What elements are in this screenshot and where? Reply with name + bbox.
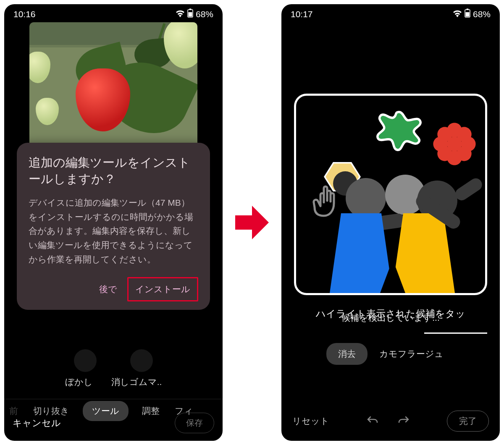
save-button[interactable]: 保存	[175, 413, 214, 433]
loading-underline	[424, 332, 487, 334]
green-splat-icon	[376, 108, 422, 154]
status-time: 10:17	[291, 9, 313, 19]
install-button-highlight: インストール	[127, 277, 198, 301]
status-bar: 10:17 68%	[281, 4, 500, 22]
done-button[interactable]: 完了	[447, 411, 489, 432]
undo-icon[interactable]	[366, 415, 379, 428]
undo-redo-group	[366, 415, 410, 428]
battery-icon	[187, 8, 193, 20]
red-flower-icon	[431, 121, 478, 167]
status-bar: 10:16 68%	[4, 4, 223, 22]
svg-rect-1	[189, 9, 191, 10]
status-battery-pct: 68%	[473, 9, 491, 19]
svg-point-12	[437, 127, 452, 141]
status-battery-pct: 68%	[196, 9, 213, 19]
transition-arrow	[235, 204, 269, 241]
mode-erase[interactable]: 消去	[326, 343, 368, 365]
blur-label: ぼかし	[65, 376, 93, 388]
svg-rect-2	[188, 12, 192, 17]
comparison-panel: 10:16 68% 追加の編集ツールをインストールしますか？ デバイスに追加の編…	[0, 0, 504, 445]
magic-eraser-illustration	[294, 94, 487, 295]
svg-point-13	[457, 147, 472, 161]
svg-rect-4	[466, 9, 468, 10]
redo-icon[interactable]	[397, 415, 410, 428]
hint-caption: ハイライト表示された候補をタッ 候補を検出しています...	[294, 307, 487, 324]
bottom-bar: リセット 完了	[281, 403, 500, 441]
eraser-mode-pills: 消去 カモフラージュ	[281, 343, 500, 365]
reset-button[interactable]: リセット	[292, 415, 329, 427]
person-head	[346, 178, 386, 218]
bottom-bar: キャンセル 保存	[4, 407, 223, 441]
arrow-right-icon	[235, 204, 269, 241]
install-button[interactable]: インストール	[129, 279, 196, 299]
dialog-title: 追加の編集ツールをインストールしますか？	[29, 154, 198, 187]
status-right-cluster: 68%	[453, 8, 491, 20]
wifi-icon	[176, 9, 185, 19]
dialog-actions: 後で インストール	[29, 277, 198, 301]
status-right-cluster: 68%	[176, 8, 213, 20]
person-arm	[453, 176, 485, 203]
blur-tool-icon[interactable]	[74, 349, 97, 372]
svg-point-11	[457, 127, 472, 141]
tool-label-row: ぼかし 消しゴムマ..	[4, 376, 223, 388]
eraser-label: 消しゴムマ..	[111, 376, 162, 388]
later-button[interactable]: 後で	[94, 279, 122, 299]
photo-preview[interactable]	[29, 22, 197, 148]
status-time: 10:16	[13, 9, 36, 19]
dialog-body: デバイスに追加の編集ツール（47 MB）をインストールするのに時間がかかる場合が…	[29, 196, 198, 266]
cancel-button[interactable]: キャンセル	[13, 417, 61, 429]
svg-point-14	[437, 147, 452, 161]
mode-camouflage[interactable]: カモフラージュ	[368, 343, 455, 365]
svg-rect-5	[465, 12, 469, 17]
phone-right: 10:17 68%	[281, 4, 500, 441]
phone-left: 10:16 68% 追加の編集ツールをインストールしますか？ デバイスに追加の編…	[4, 4, 223, 441]
tool-icon-row	[4, 349, 223, 372]
wifi-icon	[453, 9, 462, 19]
battery-icon	[465, 8, 470, 20]
eraser-tool-icon[interactable]	[130, 349, 153, 372]
install-dialog: 追加の編集ツールをインストールしますか？ デバイスに追加の編集ツール（47 MB…	[17, 143, 210, 310]
